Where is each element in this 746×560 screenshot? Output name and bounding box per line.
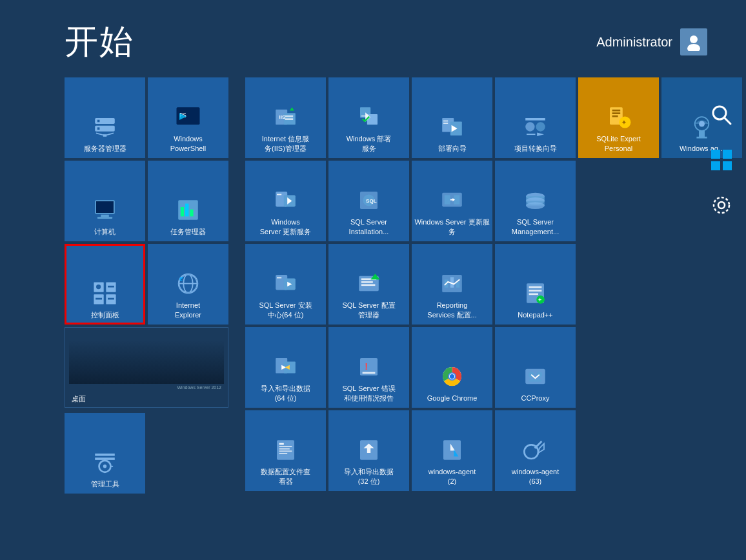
header: 开始 Administrator [0,0,746,77]
svg-rect-143 [711,161,720,170]
svg-rect-93 [361,281,373,283]
tile-notepadpp-label: Notepad++ [515,310,555,319]
svg-point-146 [714,197,729,213]
tile-server-manager-label: 服务器管理器 [81,144,129,153]
svg-text:SQL: SQL [366,199,377,205]
svg-rect-94 [361,285,376,286]
tile-powershell[interactable]: PS WindowsPowerShell [148,77,228,158]
svg-rect-13 [96,201,114,213]
settings-icon[interactable] [710,194,733,219]
tile-control-panel[interactable]: 控制面板 [65,244,145,325]
tile-import-export32[interactable]: 导入和导出数据(32 位) [328,410,409,491]
svg-text:IIS: IIS [279,115,286,121]
search-icon[interactable] [710,103,733,129]
tile-project-convert[interactable]: 项目转换向导 [495,77,576,158]
tile-data-config[interactable]: 数据配置文件查看器 [245,410,326,491]
tile-ssis[interactable]: Windows Server 更新服务 [412,161,492,241]
tile-server-manager[interactable]: 服务器管理器 [65,77,145,158]
svg-rect-103 [529,293,538,295]
tile-admin-tools-label: 管理工具 [88,479,122,488]
tile-ie[interactable]: e InternetExplorer [148,244,228,325]
svg-rect-54 [443,123,448,124]
tile-deployment-wizard[interactable]: 部署向导 [412,77,492,158]
tile-ccproxy-label: CCProxy [518,394,552,403]
tile-sql-error-label: SQL Server 错误和使用情况报告 [339,384,398,403]
tile-import-export64[interactable]: 导入和导出数据(64 位) [245,327,326,408]
tile-import-export32-label: 导入和导出数据(32 位) [341,467,396,486]
svg-point-57 [536,122,545,131]
tile-sql-install-center-label: SQL Server 安装中心(64 位) [256,301,314,319]
tile-powershell-label: WindowsPowerShell [168,134,209,153]
svg-rect-15 [97,217,112,219]
svg-rect-18 [185,203,188,216]
svg-rect-62 [612,113,621,115]
tile-notepadpp[interactable]: + Notepad++ [495,244,576,325]
svg-text:+: + [538,297,541,303]
svg-rect-5 [97,127,100,130]
tile-google-chrome[interactable]: Google Chrome [412,327,492,408]
tile-iis-label: Internet 信息服务(IIS)管理器 [259,134,312,153]
tile-sqlite-label: SQLite ExpertPersonal [594,134,643,153]
svg-rect-43 [285,115,294,117]
tile-sql-mgmt-label: SQL ServerManagement... [509,217,561,236]
svg-text:e: e [179,274,183,283]
svg-rect-55 [525,118,545,121]
tile-iis[interactable]: IIS Internet 信息服务(IIS)管理器 [245,77,326,158]
tile-desktop[interactable]: Windows Server 2012 桌面 [65,327,228,408]
tile-win-agent63[interactable]: windows-agent(63) 激活 [495,410,576,491]
tile-task-manager[interactable]: 任务管理器 [148,161,228,241]
svg-point-39 [103,465,106,468]
svg-text:✦: ✦ [621,120,627,126]
svg-rect-4 [97,119,100,122]
user-info[interactable]: Administrator [596,28,707,55]
svg-rect-53 [443,120,448,121]
svg-rect-28 [108,297,114,299]
svg-rect-117 [525,369,545,384]
tile-reporting[interactable]: ReportingServices 配置... [412,244,492,325]
svg-text:!: ! [365,361,368,372]
tile-sql-error[interactable]: ! SQL Server 错误和使用情况报告 [328,327,409,408]
tile-win-deploy[interactable]: Windows 部署服务 [328,77,409,158]
windows-logo-icon[interactable] [710,148,733,174]
svg-rect-73 [277,194,281,195]
tile-sql-config[interactable]: SQL Server 配置管理器 [328,244,409,325]
svg-rect-124 [279,448,290,450]
tile-ccproxy[interactable]: CCProxy [495,327,576,408]
tile-google-chrome-label: Google Chrome [425,394,480,403]
tile-task-manager-label: 任务管理器 [168,227,208,236]
tile-sqlite[interactable]: ✦ SQLite ExpertPersonal [578,77,659,158]
tile-ie-label: InternetExplorer [172,301,204,319]
tile-sql-config-label: SQL Server 配置管理器 [339,301,398,319]
svg-rect-44 [285,119,294,121]
svg-rect-112 [363,372,376,374]
tile-win-agent2-label: windows-agent(2) [426,467,478,486]
svg-rect-122 [279,443,284,445]
right-tiles-area: IIS Internet 信息服务(IIS)管理器 Windows 部署服务 [245,77,742,494]
svg-point-1 [687,44,700,51]
tile-deployment-wizard-label: 部署向导 [436,144,469,153]
tile-sql-install[interactable]: SQL SQL ServerInstallation... [328,161,409,241]
tile-desktop-label: 桌面 [69,394,88,403]
tile-project-convert-label: 项目转换向导 [512,144,560,153]
tile-reporting-label: ReportingServices 配置... [425,301,479,319]
svg-rect-90 [277,277,281,279]
tile-sql-install-center[interactable]: SQL Server 安装中心(64 位) [245,244,326,325]
svg-rect-27 [96,297,102,299]
tile-computer[interactable]: 计算机 [65,161,145,241]
svg-rect-78 [445,195,450,205]
svg-rect-14 [101,214,109,217]
svg-rect-120 [529,379,542,382]
svg-rect-49 [361,115,366,117]
svg-rect-34 [95,454,115,456]
svg-point-56 [525,122,534,131]
tile-admin-tools[interactable]: 管理工具 [65,413,145,494]
tile-win-update[interactable]: WindowsServer 更新服务 [245,161,326,241]
tile-sql-mgmt[interactable]: SQL ServerManagement... [495,161,576,241]
svg-rect-19 [190,209,193,216]
svg-point-116 [450,374,454,379]
svg-point-86 [526,203,545,210]
svg-rect-123 [279,446,292,448]
tile-win-agent2[interactable]: windows-agent(2) [412,410,492,491]
svg-rect-8 [103,134,106,137]
svg-point-67 [699,121,705,126]
